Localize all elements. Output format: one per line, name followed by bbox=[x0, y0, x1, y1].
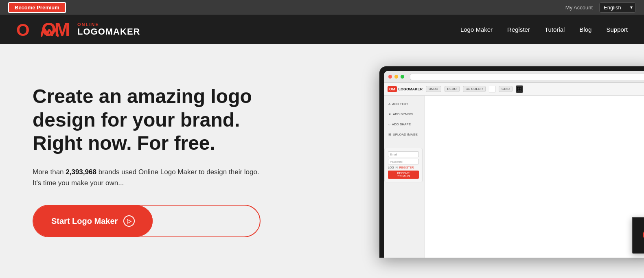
sidebar-upload-label: UPLOAD IMAGE bbox=[393, 133, 418, 136]
top-bar: Become Premium My Account English Españo… bbox=[0, 0, 644, 15]
my-account-link[interactable]: My Account bbox=[565, 4, 593, 11]
hero-count: 2,393,968 bbox=[66, 168, 96, 176]
app-canvas bbox=[425, 96, 644, 258]
logo-icon: O M OM OM bbox=[16, 20, 73, 38]
close-dot bbox=[388, 75, 392, 79]
logo-text: ONLINE LOGOMAKER bbox=[77, 22, 140, 37]
language-selector-wrapper: English Español Français Deutsch bbox=[599, 2, 636, 13]
browser-url-bar bbox=[410, 74, 644, 80]
text-icon: A bbox=[388, 102, 390, 106]
grid-btn[interactable]: GRID bbox=[499, 86, 513, 92]
app-sidebar: A ADD TEXT ★ ADD SYMBOL ○ ADD SHAPE bbox=[384, 96, 425, 258]
grid-icon[interactable]: ⊞ bbox=[516, 85, 523, 93]
shape-icon: ○ bbox=[388, 123, 390, 126]
sidebar-upload-image[interactable]: ⊞ UPLOAD IMAGE bbox=[384, 129, 425, 140]
hero-subtext-before: More than bbox=[33, 168, 66, 176]
sidebar-add-shape[interactable]: ○ ADD SHAPE bbox=[384, 119, 425, 129]
nav-link-logo-maker[interactable]: Logo Maker bbox=[460, 26, 493, 33]
become-premium-small[interactable]: BECOME PREMIUM bbox=[388, 171, 419, 179]
minimize-dot bbox=[394, 75, 398, 79]
language-select[interactable]: English Español Français Deutsch bbox=[599, 2, 636, 13]
sidebar-add-symbol[interactable]: ★ ADD SYMBOL bbox=[384, 109, 425, 119]
color-box[interactable] bbox=[489, 86, 495, 92]
laptop-screen-outer: OM LOGOMAKER UNDO REDO BG COLOR GRID ⊞ bbox=[379, 66, 644, 258]
sidebar-add-symbol-label: ADD SYMBOL bbox=[393, 112, 414, 116]
hero-headline: Create an amazing logo design for your b… bbox=[33, 85, 261, 155]
email-input-display: Email bbox=[388, 151, 419, 157]
app-toolbar: OM LOGOMAKER UNDO REDO BG COLOR GRID ⊞ bbox=[384, 83, 644, 96]
sidebar-add-text-label: ADD TEXT bbox=[392, 102, 408, 106]
nav-link-blog[interactable]: Blog bbox=[579, 26, 591, 33]
start-btn-wrapper: Start Logo Maker ▷ bbox=[33, 205, 261, 237]
app-logo-small: OM LOGOMAKER bbox=[388, 86, 423, 92]
start-btn-label: Start Logo Maker bbox=[51, 217, 118, 226]
floating-logo-letters: OM bbox=[642, 227, 644, 244]
hero-left: Create an amazing logo design for your b… bbox=[0, 44, 285, 278]
nav-link-support[interactable]: Support bbox=[606, 26, 628, 33]
browser-chrome bbox=[384, 71, 644, 83]
sidebar-add-text[interactable]: A ADD TEXT bbox=[384, 99, 425, 109]
start-logo-maker-button[interactable]: Start Logo Maker ▷ bbox=[35, 207, 151, 235]
undo-btn[interactable]: UNDO bbox=[426, 86, 441, 92]
nav-link-tutorial[interactable]: Tutorial bbox=[545, 26, 565, 33]
laptop-mockup: OM LOGOMAKER UNDO REDO BG COLOR GRID ⊞ bbox=[379, 66, 644, 278]
floating-logo-preview: OM bbox=[632, 217, 644, 254]
register-link[interactable]: REGISTER bbox=[399, 166, 414, 169]
app-layout: A ADD TEXT ★ ADD SYMBOL ○ ADD SHAPE bbox=[384, 96, 644, 258]
laptop-screen-inner: OM LOGOMAKER UNDO REDO BG COLOR GRID ⊞ bbox=[384, 71, 644, 258]
become-premium-button[interactable]: Become Premium bbox=[8, 2, 66, 13]
hero-right: OM LOGOMAKER UNDO REDO BG COLOR GRID ⊞ bbox=[285, 44, 644, 278]
nav-link-register[interactable]: Register bbox=[507, 26, 530, 33]
logo-logomaker-text: LOGOMAKER bbox=[77, 27, 140, 37]
login-form: Email Password LOG IN REGISTER BECOME PR… bbox=[384, 148, 423, 182]
hero-section: Create an amazing logo design for your b… bbox=[0, 44, 644, 278]
main-nav: O M OM OM ONLINE LOGOMAKER Logo Maker Re… bbox=[0, 15, 644, 44]
upload-icon: ⊞ bbox=[388, 133, 391, 136]
nav-links: Logo Maker Register Tutorial Blog Suppor… bbox=[460, 26, 628, 33]
play-circle-icon: ▷ bbox=[123, 215, 135, 227]
login-btn-small[interactable]: LOG IN bbox=[388, 166, 398, 169]
maximize-dot bbox=[401, 75, 404, 79]
app-logo-icon-small: OM bbox=[388, 86, 397, 92]
app-logo-text-small: LOGOMAKER bbox=[399, 87, 423, 91]
bg-color-btn[interactable]: BG COLOR bbox=[463, 86, 486, 92]
login-row: LOG IN REGISTER bbox=[388, 166, 419, 169]
top-bar-right: My Account English Español Français Deut… bbox=[565, 2, 636, 13]
redo-btn[interactable]: REDO bbox=[445, 86, 460, 92]
symbol-icon: ★ bbox=[388, 112, 391, 116]
sidebar-add-shape-label: ADD SHAPE bbox=[392, 123, 411, 126]
hero-subtext: More than 2,393,968 brands used Online L… bbox=[33, 166, 261, 188]
password-input-display: Password bbox=[388, 159, 419, 164]
logo[interactable]: O M OM OM ONLINE LOGOMAKER bbox=[16, 20, 140, 38]
